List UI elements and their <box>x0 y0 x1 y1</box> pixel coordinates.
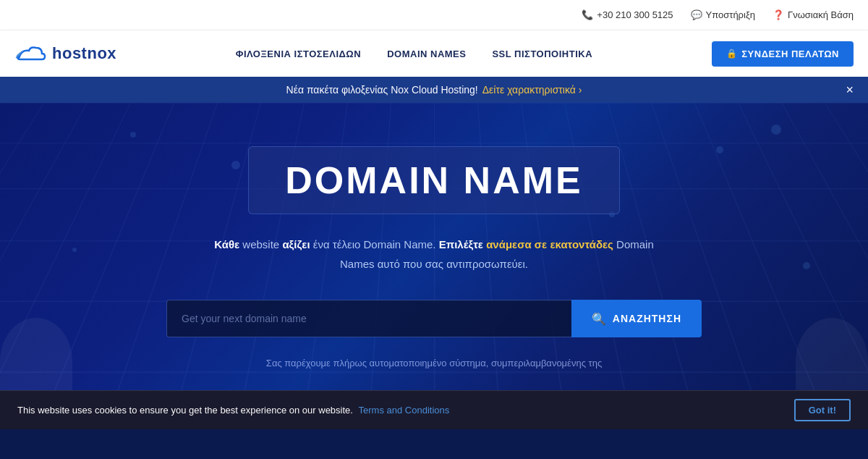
support-icon: 💬 <box>691 9 702 20</box>
knowledge-icon: ❓ <box>773 9 784 20</box>
got-it-button[interactable]: Got it! <box>794 399 851 421</box>
announcement-bar: Νέα πακέτα φιλοξενίας Nox Cloud Hosting!… <box>0 77 868 103</box>
announcement-text: Νέα πακέτα φιλοξενίας Nox Cloud Hosting! <box>286 84 478 96</box>
hero-title: DOMAIN NAME <box>285 159 582 202</box>
announcement-close-button[interactable]: × <box>846 83 854 96</box>
knowledge-item[interactable]: ❓ Γνωσιακή Βάση <box>773 9 854 20</box>
logo-text: hostnox <box>52 44 116 63</box>
cookie-bar: This website uses cookies to ensure you … <box>0 390 868 429</box>
search-icon: 🔍 <box>592 312 607 326</box>
cookie-message: This website uses cookies to ensure you … <box>17 405 353 416</box>
search-button[interactable]: 🔍 ΑΝΑΖΗΤΗΣΗ <box>571 300 702 337</box>
search-btn-label: ΑΝΑΖΗΤΗΣΗ <box>613 313 681 324</box>
hero-bottom-text: Σας παρέχουμε πλήρως αυτοματοποιημένο σύ… <box>252 358 616 369</box>
main-nav: hostnox ΦΙΛΟΞΕΝΙΑ ΙΣΤΟΣΕΛΙΔΩΝ DOMAIN NAM… <box>0 30 868 77</box>
side-decoration-left <box>0 318 72 390</box>
subtitle-part1: Κάθε website αξίζει ένα τέλειο Domain Na… <box>214 238 654 270</box>
cookie-text: This website uses cookies to ensure you … <box>17 405 449 416</box>
announcement-link[interactable]: Δείτε χαρακτηριστικά › <box>482 84 582 96</box>
support-item[interactable]: 💬 Υποστήριξη <box>691 9 755 20</box>
login-button[interactable]: 🔒 ΣΥΝΔΕΣΗ ΠΕΛΑΤΩΝ <box>712 41 854 67</box>
hero-subtitle: Κάθε website αξίζει ένα τέλειο Domain Na… <box>210 235 658 274</box>
logo[interactable]: hostnox <box>14 43 116 64</box>
hero-section: DOMAIN NAME Κάθε website αξίζει ένα τέλε… <box>0 103 868 390</box>
nav-links: ΦΙΛΟΞΕΝΙΑ ΙΣΤΟΣΕΛΙΔΩΝ DOMAIN NAMES SSL Π… <box>236 49 592 59</box>
phone-number: +30 210 300 5125 <box>597 9 673 20</box>
logo-svg <box>14 43 46 64</box>
announcement-arrow: › <box>579 84 582 96</box>
top-bar-right: 📞 +30 210 300 5125 💬 Υποστήριξη ❓ Γνωσια… <box>582 9 854 20</box>
phone-icon: 📞 <box>582 9 593 20</box>
side-decoration-right <box>796 318 868 390</box>
phone-item[interactable]: 📞 +30 210 300 5125 <box>582 9 673 20</box>
domain-search-bar: 🔍 ΑΝΑΖΗΤΗΣΗ <box>166 300 702 337</box>
top-bar: 📞 +30 210 300 5125 💬 Υποστήριξη ❓ Γνωσια… <box>0 0 868 30</box>
nav-link-domains[interactable]: DOMAIN NAMES <box>387 49 466 59</box>
lock-icon: 🔒 <box>726 49 738 59</box>
hero-title-box: DOMAIN NAME <box>248 146 619 214</box>
domain-search-input[interactable] <box>166 300 571 337</box>
terms-link[interactable]: Terms and Conditions <box>359 405 450 416</box>
knowledge-label: Γνωσιακή Βάση <box>788 9 854 20</box>
nav-link-ssl[interactable]: SSL ΠΙΣΤΟΠΟΙΗΤΙΚΑ <box>492 49 592 59</box>
nav-link-hosting[interactable]: ΦΙΛΟΞΕΝΙΑ ΙΣΤΟΣΕΛΙΔΩΝ <box>236 49 361 59</box>
support-label: Υποστήριξη <box>706 9 755 20</box>
